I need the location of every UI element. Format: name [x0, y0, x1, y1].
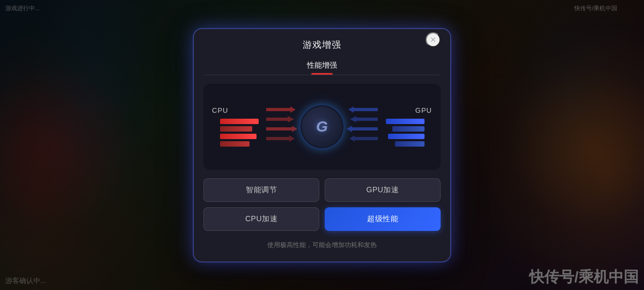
cpu-bar-4: [220, 141, 250, 147]
cpu-bar-3: [220, 134, 257, 139]
cpu-side: CPU: [212, 106, 266, 147]
modal-header: 游戏增强 ×: [194, 29, 450, 51]
perf-panel: CPU: [203, 84, 441, 170]
cpu-bar-2: [220, 126, 252, 132]
tab-divider: [204, 75, 440, 75]
gpu-bar-3: [388, 134, 425, 139]
modal-footer: 使用极高性能，可能会增加功耗和发热: [194, 237, 450, 251]
svg-marker-2: [266, 126, 297, 132]
modal-overlay: 游戏增强 × 性能增强 CPU: [0, 0, 644, 290]
gpu-bar-4: [395, 141, 425, 147]
footer-hint-text: 使用极高性能，可能会增加功耗和发热: [267, 241, 377, 249]
svg-marker-1: [266, 116, 294, 122]
smart-adjust-button[interactable]: 智能调节: [203, 178, 319, 202]
modal-dialog: 游戏增强 × 性能增强 CPU: [193, 28, 451, 262]
cpu-boost-button[interactable]: CPU加速: [203, 207, 319, 231]
center-logo: G: [301, 105, 343, 148]
cpu-bar-1: [220, 119, 259, 124]
cpu-flow-arrows: [266, 103, 298, 151]
cpu-label: CPU: [212, 106, 228, 114]
tab-bar: 性能增强: [194, 57, 450, 75]
g-letter: G: [316, 118, 328, 135]
svg-marker-3: [266, 135, 295, 142]
buttons-grid: 智能调节 GPU加速 CPU加速 超级性能: [203, 178, 441, 231]
gpu-label: GPU: [415, 106, 432, 114]
close-button[interactable]: ×: [426, 32, 441, 47]
gpu-flow-arrows: [346, 103, 378, 151]
svg-marker-0: [266, 106, 296, 113]
gpu-boost-button[interactable]: GPU加速: [325, 178, 441, 202]
gpu-side: GPU: [378, 106, 432, 147]
super-performance-button[interactable]: 超级性能: [325, 207, 441, 231]
svg-marker-4: [348, 106, 378, 113]
gpu-bar-2: [392, 126, 425, 132]
svg-marker-6: [347, 126, 378, 132]
modal-title: 游戏增强: [303, 39, 341, 51]
middle-section: G: [266, 103, 378, 151]
svg-marker-5: [350, 116, 378, 122]
tab-performance[interactable]: 性能增强: [298, 57, 346, 75]
cpu-bars: [220, 119, 259, 147]
svg-marker-7: [349, 135, 378, 142]
gpu-bar-1: [386, 119, 425, 124]
gpu-bars: [386, 119, 425, 147]
